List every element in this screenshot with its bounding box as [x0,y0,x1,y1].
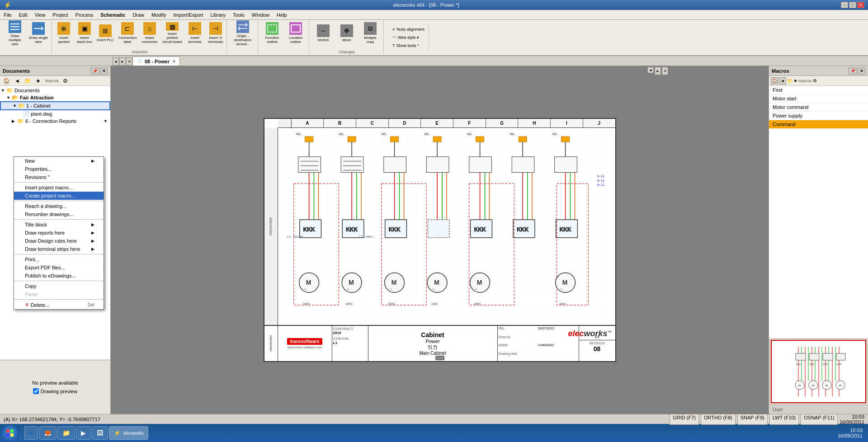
taskbar-elecworks[interactable]: ⚡ elecworks [109,426,148,440]
menu-modify[interactable]: Modify [148,10,170,19]
ctx-delete[interactable]: ✕ Delete... Del [14,301,104,309]
menu-view[interactable]: View [31,10,49,19]
drawing-preview-checkbox[interactable] [33,388,39,394]
location-outline-button[interactable]: Location outline [284,21,307,45]
tree-item-documents-root[interactable]: ▼ 📁 Documents [0,87,110,94]
ctx-revisions[interactable]: Revisions ″ [14,173,104,181]
taskbar-cp[interactable]: 🖼 [92,426,108,440]
texts-alignment-button[interactable]: ≡ Texts alignment [390,26,427,33]
tree-toggle-fair-attraction[interactable]: ▼ [6,95,12,100]
ctx-reach-drawing[interactable]: Reach a drawing... [14,202,104,210]
ctx-print[interactable]: Print... [14,255,104,263]
tab-prev-arrow[interactable]: ◄ [113,57,119,66]
status-snap[interactable]: SNAP (F9) [737,414,768,425]
menu-window[interactable]: Window [248,10,273,19]
canvas-prev-arrow[interactable]: ◄ [647,67,654,73]
function-outline-button[interactable]: Function outline [261,21,283,45]
docs-macros-btn[interactable]: Macros [44,78,60,84]
macros-back-btn[interactable]: ◄ [779,77,786,85]
docs-settings-btn[interactable]: ⚙ [61,77,69,85]
scroll-handle[interactable] [435,356,444,360]
taskbar-ie[interactable]: e [24,426,38,440]
macros-panel-pin[interactable]: 📌 [849,68,857,74]
tree-toggle-connection-reports[interactable]: ▶ [12,119,17,123]
insert-pcb-button[interactable]: ▦ Insert printed circuit board [160,21,184,45]
macros-star-btn[interactable]: ★ [793,78,797,83]
tree-item-plant-dwg[interactable]: 📄 plant.dwg [0,110,110,118]
menu-schematic[interactable]: Schematic [97,10,129,19]
tree-item-fair-attraction[interactable]: ▼ 📂 Fair Attraction [0,94,110,101]
macro-item-motor-command[interactable]: Motor command [769,103,868,112]
maximize-button[interactable]: □ [849,2,856,8]
show-texts-button[interactable]: T Show texts * [390,42,427,49]
menu-process[interactable]: Process [72,10,97,19]
ctx-new[interactable]: New ▶ [14,157,104,165]
menu-project[interactable]: Project [49,10,71,19]
stretch-button[interactable]: ↔ Stretch [312,21,335,45]
connection-label-button[interactable]: ⊏ Connection label [116,21,139,45]
close-button[interactable]: ✕ [857,2,864,8]
tab-08-power[interactable]: 📄 08 - Power ✕ [132,56,180,66]
tab-08-power-close[interactable]: ✕ [172,59,176,64]
status-lwt[interactable]: LWT (F10) [769,414,799,425]
taskbar-firefox[interactable]: 🦊 [39,426,57,440]
insert-n-terminals-button[interactable]: ⊣ Insert 'n' terminals [206,21,226,45]
macros-settings-btn[interactable]: ⚙ [813,78,817,83]
tab-next-arrow[interactable]: ► [119,57,126,66]
multiple-copy-button[interactable]: ⧉ Multiple copy [359,21,382,45]
insert-terminal-button[interactable]: ⊢ Insert terminal [185,21,205,45]
menu-edit[interactable]: Edit [15,10,31,19]
taskbar-folder[interactable]: 📁 [57,426,75,440]
status-grid[interactable]: GRID (F7) [670,414,699,425]
ctx-publish[interactable]: Publish to eDrawings... [14,272,104,280]
taskbar-media[interactable]: ▶ [76,426,91,440]
ctx-create-macro[interactable]: Create project macro... [14,192,104,200]
ctx-draw-reports[interactable]: Draw reports here ▶ [14,229,104,237]
menu-file[interactable]: File [0,10,15,19]
menu-import-export[interactable]: Import/Export [170,10,207,19]
start-button[interactable] [2,425,18,441]
ctx-draw-design-rules[interactable]: Draw Design rules here ▶ [14,237,104,245]
tree-toggle-documents[interactable]: ▼ [1,88,6,93]
tree-item-connection-reports[interactable]: ▶ 📁 6 - Connection Reports ▼ [0,118,110,125]
ctx-copy[interactable]: Copy [14,282,104,290]
draw-multiple-wire-button[interactable]: Draw multiple wire [4,21,26,45]
menu-draw[interactable]: Draw [129,10,148,19]
ctx-renumber[interactable]: Renumber drawings... [14,210,104,218]
move-button[interactable]: ✥ Move [335,21,358,45]
origin-destination-button[interactable]: Origin - destination arrows - [230,21,256,45]
macro-item-power-supply[interactable]: Power supply [769,112,868,120]
ctx-export-pdf[interactable]: Export PDF files... [14,263,104,272]
canvas-close-arrow[interactable]: ✕ [662,67,668,75]
docs-home-btn[interactable]: 🏠 [2,77,11,85]
wire-style-button[interactable]: 〰 Wire style ▾ [390,34,427,41]
ctx-insert-macro[interactable]: Insert project macro... [14,183,104,192]
insert-plc-button[interactable]: ⊞ Insert PLC [95,21,115,45]
draw-single-wire-button[interactable]: Draw single wire [27,21,50,45]
insert-black-box-button[interactable]: ▣ Insert black box [75,21,94,45]
status-osnap[interactable]: OSNAP (F11) [801,414,838,425]
menu-library[interactable]: Library [207,10,230,19]
insert-connector-button[interactable]: ⌂ Insert connector [140,21,160,45]
menu-help[interactable]: Help [273,10,291,19]
tab-close-arrow[interactable]: ✕ [126,57,132,66]
ctx-title-block[interactable]: Title block ▶ [14,221,104,229]
canvas-next-arrow[interactable]: ► [655,67,661,75]
tree-toggle-cabinet[interactable]: ▼ [13,103,18,108]
documents-panel-close[interactable]: ✕ [100,68,108,74]
documents-panel-pin[interactable]: 📌 [91,68,99,74]
ctx-draw-terminal-strips[interactable]: Draw terminal strips here ▶ [14,245,104,253]
menu-tools[interactable]: Tools [229,10,248,19]
docs-star-btn[interactable]: ★ [34,77,42,85]
drawing-preview-checkbox-area[interactable]: Drawing preview [33,388,77,394]
ctx-properties[interactable]: Properties... [14,165,104,173]
canvas-area[interactable]: ◄ ► ✕ A B C D E F G H [111,66,769,414]
ctx-paste[interactable]: Paste [14,290,104,298]
tree-item-cabinet[interactable]: ▼ 📁 1 - Cabinet [0,101,110,110]
macro-item-motor-start[interactable]: Motor start [769,94,868,103]
minimize-button[interactable]: ─ [841,2,848,8]
macro-item-command[interactable]: Command [769,120,868,129]
insert-symbol-button[interactable]: ⊕ Insert symbol [54,21,74,45]
macros-home-btn[interactable]: 🏠 [771,77,778,85]
docs-back-btn[interactable]: ◄ [13,77,21,85]
